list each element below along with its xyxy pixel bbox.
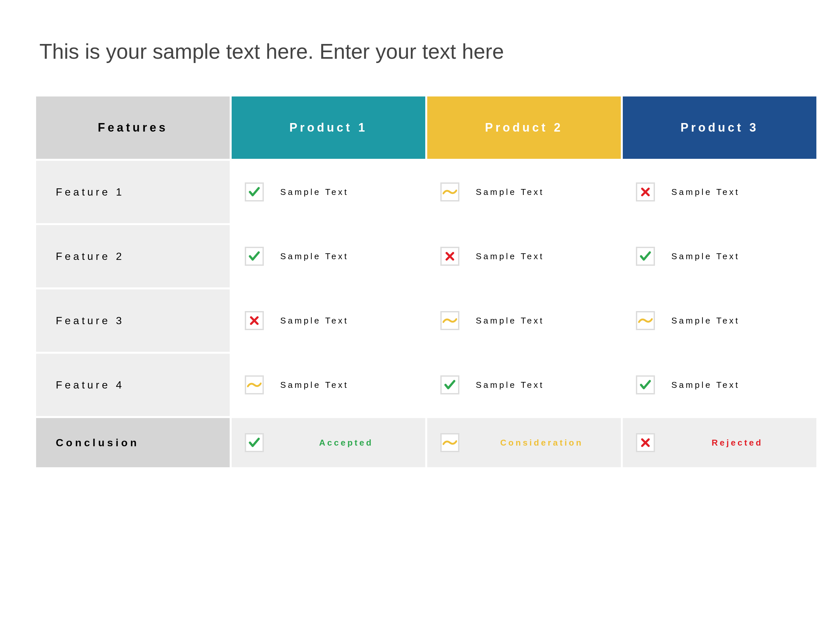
cell-text: Sample Text: [476, 187, 544, 197]
cell-text: Sample Text: [671, 251, 740, 262]
slide-title: This is your sample text here. Enter you…: [39, 39, 804, 64]
tilde-icon: [441, 433, 459, 452]
cell-feature2-product2: Sample Text: [427, 225, 621, 287]
cell-text: Sample Text: [476, 251, 544, 262]
row-label-feature-2: Feature 2: [36, 225, 230, 287]
cross-icon: [636, 182, 655, 202]
cell-text: Sample Text: [476, 380, 544, 390]
cell-text: Sample Text: [280, 251, 349, 262]
header-product-3: Product 3: [623, 96, 816, 159]
cell-text: Sample Text: [671, 316, 740, 326]
cell-conclusion-product1: Accepted: [232, 418, 425, 467]
check-icon: [245, 433, 264, 452]
cell-feature1-product1: Sample Text: [232, 161, 425, 223]
cell-text: Sample Text: [476, 316, 544, 326]
cell-text: Sample Text: [280, 316, 349, 326]
cell-text: Sample Text: [280, 380, 349, 390]
cell-feature4-product2: Sample Text: [427, 354, 621, 416]
check-icon: [245, 247, 264, 266]
check-icon: [636, 247, 655, 266]
cell-feature2-product3: Sample Text: [623, 225, 816, 287]
cell-feature3-product1: Sample Text: [232, 289, 425, 352]
cell-conclusion-product3: Rejected: [623, 418, 816, 467]
cell-feature1-product3: Sample Text: [623, 161, 816, 223]
cell-conclusion-product2: Consideration: [427, 418, 621, 467]
row-label-feature-1: Feature 1: [36, 161, 230, 223]
cell-feature1-product2: Sample Text: [427, 161, 621, 223]
comparison-table: Features Product 1 Product 2 Product 3 F…: [36, 96, 804, 467]
cell-feature2-product1: Sample Text: [232, 225, 425, 287]
check-icon: [636, 375, 655, 395]
cross-icon: [245, 311, 264, 330]
cross-icon: [441, 247, 459, 266]
row-label-conclusion: Conclusion: [36, 418, 230, 467]
header-product-2: Product 2: [427, 96, 621, 159]
cell-feature4-product3: Sample Text: [623, 354, 816, 416]
cell-feature3-product2: Sample Text: [427, 289, 621, 352]
tilde-icon: [245, 375, 264, 395]
cell-text: Sample Text: [671, 187, 740, 197]
cell-text: Sample Text: [671, 380, 740, 390]
conclusion-text: Consideration: [476, 438, 621, 448]
cell-feature4-product1: Sample Text: [232, 354, 425, 416]
header-features: Features: [36, 96, 230, 159]
tilde-icon: [441, 182, 459, 202]
cross-icon: [636, 433, 655, 452]
conclusion-text: Rejected: [671, 438, 816, 448]
check-icon: [245, 182, 264, 202]
tilde-icon: [636, 311, 655, 330]
conclusion-text: Accepted: [280, 438, 425, 448]
row-label-feature-4: Feature 4: [36, 354, 230, 416]
tilde-icon: [441, 311, 459, 330]
cell-feature3-product3: Sample Text: [623, 289, 816, 352]
row-label-feature-3: Feature 3: [36, 289, 230, 352]
check-icon: [441, 375, 459, 395]
cell-text: Sample Text: [280, 187, 349, 197]
header-product-1: Product 1: [232, 96, 425, 159]
